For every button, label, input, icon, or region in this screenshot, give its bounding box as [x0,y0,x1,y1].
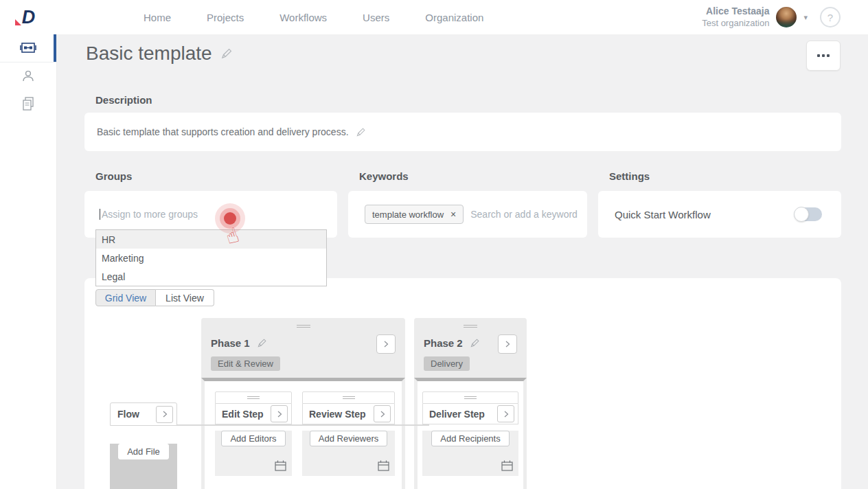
dropdown-item-legal[interactable]: Legal [96,267,326,286]
flow-body: Add File [110,444,177,489]
edit-step-expand-button[interactable] [271,405,288,422]
add-editors-button[interactable]: Add Editors [221,431,285,446]
review-step-expand-button[interactable] [374,405,391,422]
sidebar-item-workflow-templates[interactable] [0,34,56,62]
help-button[interactable]: ? [820,7,841,27]
chevron-right-icon [503,410,510,418]
user-menu[interactable]: Alice Testaaja Test organization ▾ ? [702,5,868,29]
drag-handle-icon[interactable] [464,325,477,329]
edit-phase-2-icon[interactable] [470,338,480,348]
keyword-search-input[interactable]: Search or add a keyword [470,209,578,220]
quick-start-workflow-label: Quick Start Workflow [615,209,711,220]
nav-workflows[interactable]: Workflows [279,12,327,23]
workflow-icon [20,42,36,54]
phase-1-expand-button[interactable] [376,334,396,354]
logo-d-icon: D [22,8,36,27]
settings-card: Quick Start Workflow [598,191,841,238]
phase-2-expand-button[interactable] [498,334,517,354]
phase-2-tag: Delivery [424,356,470,371]
edit-title-icon[interactable] [220,47,233,60]
phase-2-header[interactable]: Phase 2 Delivery [414,318,527,378]
step-drag-handle[interactable] [215,391,292,404]
dropdown-item-marketing[interactable]: Marketing [96,249,326,267]
phase-1-header[interactable]: Phase 1 Edit & Review [201,318,405,378]
chevron-right-icon [161,410,168,418]
groups-dropdown: HR Marketing Legal [95,229,327,286]
drag-handle-icon [464,396,477,400]
sidebar [0,34,57,489]
nav-home[interactable]: Home [144,12,171,23]
dropdown-item-hr[interactable]: HR [96,230,326,249]
edit-phase-1-icon[interactable] [257,338,267,348]
add-recipients-button[interactable]: Add Recipients [431,431,509,446]
description-text: Basic template that supports creation an… [97,126,349,137]
deliver-step-expand-button[interactable] [497,405,514,422]
settings-heading: Settings [609,170,841,182]
drag-handle-icon [247,396,260,400]
groups-heading: Groups [95,170,337,182]
avatar[interactable] [776,7,797,27]
drag-handle-icon[interactable] [297,325,310,329]
review-step-title: Review Step [309,409,365,420]
user-organization: Test organization [702,18,769,29]
remove-keyword-icon[interactable]: × [450,209,456,220]
sidebar-item-documents[interactable] [0,90,56,117]
step-card-deliver[interactable]: Deliver Step Add Recipients [422,391,518,476]
calendar-icon[interactable] [378,460,389,471]
phase-1-title: Phase 1 [211,337,250,349]
keyword-chip-label: template workflow [372,209,444,220]
phase-1-tag: Edit & Review [211,356,280,371]
description-heading: Description [95,94,841,106]
keywords-heading: Keywords [359,170,587,182]
edit-step-title: Edit Step [222,409,264,420]
app-logo[interactable]: D [0,8,57,27]
flow-box[interactable]: Flow Add File [110,402,177,489]
step-card-review[interactable]: Review Step Add Reviewers [302,391,395,476]
chevron-right-icon [504,340,511,348]
quick-start-workflow-toggle[interactable] [795,207,822,221]
main-content: Basic template Description Basic templat… [57,34,868,489]
user-icon [21,69,35,83]
edit-description-icon[interactable] [356,127,366,137]
add-reviewers-button[interactable]: Add Reviewers [310,431,387,446]
page-title: Basic template [86,43,212,65]
step-drag-handle[interactable] [302,391,395,404]
step-card-edit[interactable]: Edit Step Add Editors [215,391,292,476]
nav-users[interactable]: Users [363,12,389,23]
chevron-down-icon[interactable]: ▾ [803,13,808,22]
flow-title: Flow [117,409,139,420]
phase-2-title: Phase 2 [424,337,463,349]
view-tabs: Grid View List View [95,289,214,306]
logo-red-triangle-icon [15,19,21,25]
text-cursor [100,209,100,220]
deliver-step-title: Deliver Step [429,409,485,420]
main-nav: Home Projects Workflows Users Organizati… [144,12,483,23]
more-options-button[interactable] [806,41,841,71]
step-drag-handle[interactable] [422,391,518,404]
add-file-button[interactable]: Add File [118,444,169,459]
nav-organization[interactable]: Organization [425,12,483,23]
chevron-right-icon [382,340,389,348]
groups-input[interactable]: Assign to more groups [102,209,198,220]
ellipsis-icon [817,54,820,57]
documents-icon [21,96,35,111]
chevron-right-icon [276,410,283,418]
chevron-right-icon [379,410,386,418]
tab-grid-view[interactable]: Grid View [95,289,156,306]
calendar-icon[interactable] [275,460,286,471]
toggle-knob [794,207,809,222]
sidebar-item-users[interactable] [0,62,56,90]
user-name: Alice Testaaja [702,5,769,18]
workflow-panel: Grid View List View Phase 1 Edit & Revie… [84,278,841,489]
top-bar: D Home Projects Workflows Users Organiza… [0,0,868,34]
nav-projects[interactable]: Projects [207,12,244,23]
tab-list-view[interactable]: List View [156,289,214,306]
keywords-card: template workflow × Search or add a keyw… [348,191,587,238]
keyword-chip: template workflow × [365,205,464,224]
drag-handle-icon [343,396,355,400]
flow-expand-button[interactable] [156,406,173,423]
user-info: Alice Testaaja Test organization [702,5,769,29]
calendar-icon[interactable] [501,460,513,471]
description-card: Basic template that supports creation an… [84,113,841,151]
